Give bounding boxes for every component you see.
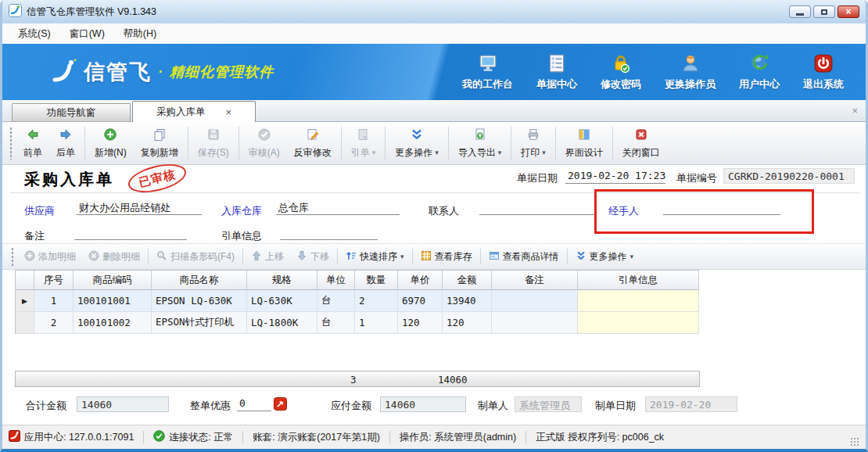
tab-strip: 功能导航窗 采购入库单 × ×: [2, 100, 866, 122]
creator-field: 系统管理员: [515, 396, 582, 412]
column-header: 数量: [355, 271, 398, 290]
discount-adjust-button[interactable]: [274, 397, 287, 411]
app-logo-red-icon: [9, 430, 20, 444]
column-header: 规格: [247, 271, 317, 290]
change-password-button[interactable]: 修改密码: [601, 53, 641, 91]
cell-spec: LQ-630K: [247, 290, 317, 312]
divider: [10, 192, 859, 193]
printer-icon: [526, 127, 540, 144]
arrow-down-icon: [296, 250, 307, 264]
ui-design-button[interactable]: 界面设计: [558, 125, 610, 162]
cell-qty: 1: [355, 312, 398, 334]
copy-icon: [152, 127, 167, 144]
gridbar-drag-handle[interactable]: [11, 247, 14, 266]
close-button[interactable]: ×: [838, 5, 859, 18]
toolbar-separator: [555, 127, 556, 160]
dropdown-arrow-icon: ▾: [435, 149, 439, 156]
cell-ref: [578, 290, 699, 312]
restore-button[interactable]: [813, 5, 835, 18]
bill-date-field[interactable]: 2019-02-20 17:23: [565, 168, 665, 184]
arrow-up-icon: [251, 250, 262, 264]
supplier-field[interactable]: 财大办公用品经销处: [77, 199, 202, 215]
delete-detail-button[interactable]: 删除明细: [82, 247, 146, 267]
bill-footer: 合计金额 14060 整单优惠 0 应付金额 14060 制单人 系统管理员 制…: [2, 391, 866, 425]
detail-window-icon: [489, 250, 500, 264]
menu-window[interactable]: 窗口(W): [62, 25, 113, 43]
app-window: 信管飞仓库管理软件 V9.1.343 × 系统(S) 窗口(W) 帮助(H) 信…: [0, 0, 868, 452]
sort-icon: [346, 250, 357, 264]
tab-function-nav[interactable]: 功能导航窗: [12, 103, 131, 121]
warehouse-field[interactable]: 总仓库: [276, 199, 400, 215]
move-down-button[interactable]: 下移: [290, 247, 335, 267]
new-button[interactable]: 新增(N): [88, 125, 134, 162]
license-status: 正式版 授权序列号: pc006_ck: [536, 431, 664, 444]
brand-slogan: 精细化管理软件: [170, 63, 274, 81]
save-button[interactable]: 保存(S): [191, 125, 236, 162]
copy-new-button[interactable]: 复制新增: [134, 125, 185, 162]
remark-field[interactable]: [74, 224, 187, 240]
user-center-button[interactable]: 用户中心: [739, 53, 780, 91]
move-up-button[interactable]: 上移: [245, 247, 290, 267]
import-export-button[interactable]: 导入导出▾: [451, 125, 509, 162]
bill-no-field: CGRKD-20190220-0001: [723, 168, 855, 184]
cell-amount: 13940: [443, 290, 492, 312]
document-center-button[interactable]: 单据中心: [536, 53, 577, 91]
cell-price: 120: [398, 312, 443, 334]
toolbar-separator: [188, 127, 188, 160]
column-header-marker: [16, 271, 34, 290]
print-button[interactable]: 打印▾: [514, 125, 553, 162]
column-header: 单价: [398, 271, 443, 290]
cell-code: 100101001: [74, 290, 152, 312]
check-circle-icon: [257, 127, 271, 144]
workbench-button[interactable]: 我的工作台: [462, 53, 513, 91]
import-export-icon: [473, 127, 487, 144]
detail-more-operations-button[interactable]: 更多操作 ▾: [569, 247, 640, 267]
main-toolbar: 前单 后单 新增(N) 复制新增 保存(S) 审核(A) 反审修改: [2, 122, 866, 165]
total-amount-label: 合计金额: [26, 399, 66, 413]
prev-bill-button[interactable]: 前单: [16, 125, 49, 162]
dropdown-arrow-icon: ▾: [498, 149, 502, 156]
toolbar-drag-handle[interactable]: [9, 127, 13, 160]
menu-system[interactable]: 系统(S): [10, 25, 59, 43]
switch-operator-button[interactable]: 更换操作员: [665, 53, 716, 91]
quick-sort-button[interactable]: 快速排序 ▾: [339, 247, 411, 267]
app-center-status: 应用中心: 127.0.0.1:7091: [9, 430, 134, 444]
ref-info-field[interactable]: [280, 224, 378, 240]
audit-button[interactable]: 审核(A): [242, 125, 287, 162]
tab-close-icon[interactable]: ×: [225, 107, 231, 117]
close-red-icon: [634, 127, 648, 144]
tabstrip-close-button[interactable]: ×: [852, 105, 858, 117]
toolbar-separator: [412, 249, 413, 264]
toolbar-separator: [239, 127, 239, 160]
next-bill-button[interactable]: 后单: [49, 125, 82, 162]
create-date-field: 2019-02-20: [645, 396, 737, 412]
layout-icon: [577, 127, 591, 144]
total-amount-field: 14060: [77, 396, 169, 412]
cell-remark: [492, 312, 578, 334]
unaudit-button[interactable]: 反审修改: [287, 125, 339, 162]
toolbar-separator: [511, 127, 511, 160]
minimize-button[interactable]: [789, 5, 811, 18]
check-green-icon: [153, 430, 165, 444]
close-window-button[interactable]: 关闭窗口: [615, 125, 667, 162]
supplier-label: 供应商: [24, 204, 55, 218]
tab-purchase-inbound[interactable]: 采购入库单 ×: [132, 101, 256, 122]
handler-field[interactable]: [663, 199, 780, 215]
dropdown-arrow-icon: ▾: [542, 149, 546, 156]
cell-name: EPSON LQ-630K: [152, 290, 247, 312]
view-stock-button[interactable]: 查看库存: [414, 247, 479, 267]
discount-field[interactable]: 0: [237, 396, 271, 411]
warehouse-label: 入库仓库: [221, 204, 262, 218]
more-operations-button[interactable]: 更多操作▾: [388, 125, 446, 162]
contact-field[interactable]: [479, 199, 597, 215]
menu-help[interactable]: 帮助(H): [116, 25, 164, 43]
app-logo-icon: [9, 4, 22, 20]
resize-grip[interactable]: [850, 437, 859, 447]
scan-barcode-button[interactable]: 扫描条形码(F4): [150, 247, 241, 267]
contact-label: 联系人: [429, 204, 459, 218]
exit-system-button[interactable]: 退出系统: [803, 53, 844, 91]
ref-bill-button[interactable]: 引单▾: [344, 125, 383, 162]
barcode-scan-icon: [156, 250, 167, 264]
view-product-detail-button[interactable]: 查看商品详情: [482, 247, 565, 267]
add-detail-button[interactable]: 添加明细: [18, 247, 82, 267]
